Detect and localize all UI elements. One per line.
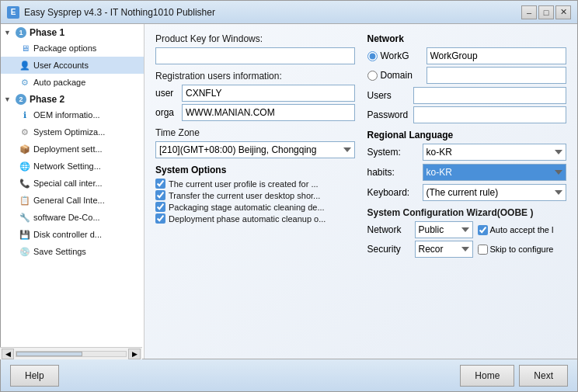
domain-radio[interactable]	[367, 71, 378, 81]
timezone-section: Time Zone [210](GMT+08:00) Beijing, Chon…	[155, 127, 355, 158]
general-icon: 📋	[19, 195, 30, 206]
sidebar-item-label: software De-Co...	[33, 213, 100, 222]
option-row-3: Deployment phase automatic cleanup o...	[155, 213, 355, 224]
skip-configure-row: Skip to configure	[478, 245, 554, 255]
habits-lang-dropdown[interactable]: ko-KR	[423, 164, 567, 181]
scroll-right-btn[interactable]: ▶	[128, 349, 141, 359]
phase1-header: ▼ 1 Phase 1	[1, 24, 144, 40]
sidebar-item-save[interactable]: 💿 Save Settings	[1, 243, 144, 260]
sidebar-item-label: Auto package	[33, 78, 85, 87]
sidebar-item-auto-package[interactable]: ⚙ Auto package	[1, 74, 144, 91]
orga-label: orga	[155, 107, 179, 118]
sidebar-item-oem[interactable]: ℹ OEM informatio...	[1, 106, 144, 123]
phase1-expand[interactable]: ▼	[4, 29, 11, 36]
network-oobe-dropdown[interactable]: Public	[415, 221, 473, 238]
scroll-left-btn[interactable]: ◀	[2, 349, 14, 359]
close-button[interactable]: ✕	[555, 5, 571, 19]
scroll-track	[16, 351, 127, 357]
help-button[interactable]: Help	[10, 365, 59, 387]
users-label: Users	[367, 90, 410, 101]
sidebar-item-special-call[interactable]: 📞 Special call inter...	[1, 175, 144, 192]
system-options-title: System Options	[155, 165, 355, 175]
sidebar-hscrollbar[interactable]: ◀ ▶	[1, 347, 142, 359]
home-button[interactable]: Home	[460, 365, 514, 387]
security-oobe-label: Security	[367, 244, 410, 255]
sidebar-item-user-accounts[interactable]: 👤 User Accounts	[1, 57, 144, 74]
sidebar-item-package-options[interactable]: 🖥 Package options	[1, 40, 144, 57]
scroll-thumb[interactable]	[16, 352, 82, 356]
domain-row: Domain	[367, 67, 567, 84]
maximize-button[interactable]: □	[538, 5, 554, 19]
oobe-section: System Configuration Wizard(OOBE ) Netwo…	[367, 207, 567, 258]
network-title: Network	[367, 33, 567, 44]
user-input[interactable]	[182, 85, 355, 102]
workgroup-input[interactable]	[427, 47, 567, 64]
workgroup-radio[interactable]	[367, 51, 378, 61]
security-oobe-dropdown[interactable]: Recor	[415, 241, 473, 258]
product-key-input[interactable]	[155, 47, 355, 64]
sidebar-item-label: General Call Inte...	[33, 196, 105, 205]
option-row-0: The current user profile is created for …	[155, 179, 355, 189]
phase1-number: 1	[16, 27, 26, 38]
sidebar-item-label: User Accounts	[33, 61, 89, 70]
system-lang-dropdown[interactable]: ko-KR	[423, 144, 567, 161]
phase2-label: Phase 2	[30, 94, 64, 105]
auto-accept-label: Auto accept the l	[490, 225, 554, 234]
sidebar-item-disk[interactable]: 💾 Disk controller d...	[1, 226, 144, 243]
system-lang-label: System:	[367, 147, 418, 158]
regional-section: Regional Language System: ko-KR habits: …	[367, 130, 567, 201]
option-row-1: Transfer the current user desktop shor..…	[155, 190, 355, 200]
sidebar-item-general-call[interactable]: 📋 General Call Inte...	[1, 192, 144, 209]
skip-configure-label: Skip to configure	[490, 245, 554, 254]
option-label-0: The current user profile is created for …	[169, 179, 319, 189]
timezone-label: Time Zone	[155, 127, 355, 138]
sidebar-item-network[interactable]: 🌐 Network Setting...	[1, 158, 144, 175]
sidebar-item-label: System Optimiza...	[33, 127, 105, 137]
domain-input[interactable]	[427, 67, 567, 84]
network-section: Network WorkG Domain Users	[367, 33, 567, 123]
sidebar-item-label: Disk controller d...	[33, 230, 102, 239]
sidebar-item-label: Save Settings	[33, 247, 86, 256]
sidebar-item-software[interactable]: 🔧 software De-Co...	[1, 209, 144, 226]
minimize-button[interactable]: –	[521, 5, 537, 19]
next-button[interactable]: Next	[519, 365, 568, 387]
password-input[interactable]	[413, 106, 567, 123]
orga-input[interactable]	[182, 104, 355, 121]
window-controls: – □ ✕	[521, 5, 571, 19]
user-icon: 👤	[19, 60, 30, 71]
phone-icon: 📞	[19, 178, 30, 189]
network-oobe-label: Network	[367, 224, 410, 235]
keyboard-row: Keyboard: (The current rule)	[367, 184, 567, 201]
keyboard-label: Keyboard:	[367, 187, 418, 198]
option-checkbox-1[interactable]	[155, 190, 165, 200]
option-checkbox-3[interactable]	[155, 213, 165, 224]
sidebar-item-label: Network Setting...	[33, 161, 101, 171]
phase1-label: Phase 1	[30, 27, 64, 38]
timezone-dropdown[interactable]: [210](GMT+08:00) Beijing, Chongqing	[155, 141, 355, 158]
sidebar-item-deployment[interactable]: 📦 Deployment sett...	[1, 140, 144, 158]
security-oobe-row: Security Recor Skip to configure	[367, 241, 567, 258]
option-checkbox-2[interactable]	[155, 202, 165, 212]
window-title: Easy Sysprep v4.3 - IT Nothing1010 Publi…	[24, 7, 521, 18]
system-options-section: System Options The current user profile …	[155, 165, 355, 224]
auto-accept-checkbox[interactable]	[478, 225, 488, 235]
domain-label: Domain	[381, 70, 423, 81]
save-icon: 💿	[19, 246, 30, 257]
main-content: ▼ 1 Phase 1 🖥 Package options 👤 User Acc…	[1, 24, 577, 359]
left-column: Product Key for Windows: Registration us…	[155, 33, 355, 260]
users-input[interactable]	[413, 87, 567, 104]
registration-section: Registration users information: user org…	[155, 71, 355, 121]
keyboard-dropdown[interactable]: (The current rule)	[423, 184, 567, 201]
product-key-label: Product Key for Windows:	[155, 33, 355, 44]
skip-configure-checkbox[interactable]	[478, 245, 488, 255]
option-label-1: Transfer the current user desktop shor..…	[169, 191, 320, 200]
users-row: Users	[367, 87, 567, 104]
option-row-2: Packaging stage automatic cleaning de...	[155, 202, 355, 212]
phase2-expand[interactable]: ▼	[4, 95, 11, 103]
sidebar-item-system-optim[interactable]: ⚙ System Optimiza...	[1, 123, 144, 140]
user-label: user	[155, 88, 179, 99]
option-checkbox-0[interactable]	[155, 179, 165, 189]
deploy-icon: 📦	[19, 144, 30, 154]
right-panel: Product Key for Windows: Registration us…	[144, 24, 577, 359]
regional-title: Regional Language	[367, 130, 567, 140]
